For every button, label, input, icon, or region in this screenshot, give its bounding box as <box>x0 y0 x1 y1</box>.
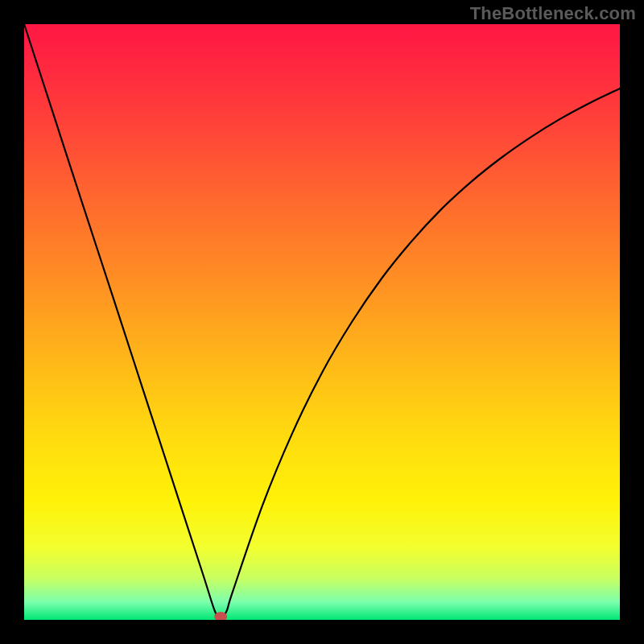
chart-svg <box>24 24 620 620</box>
gradient-background <box>24 24 620 620</box>
plot-area <box>24 24 620 620</box>
watermark-text: TheBottleneck.com <box>470 3 636 24</box>
chart-frame: TheBottleneck.com <box>0 0 644 644</box>
